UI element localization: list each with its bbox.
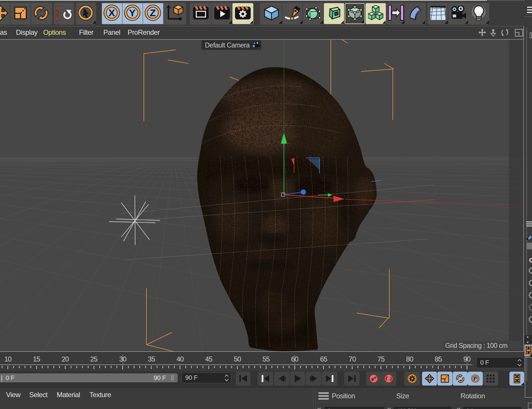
svg-text:85: 85 <box>435 355 442 363</box>
svg-text:60: 60 <box>291 355 298 363</box>
svg-text:R: R <box>56 15 60 21</box>
svg-text:65: 65 <box>320 355 327 363</box>
svg-text:Z: Z <box>150 7 156 18</box>
svg-text:50: 50 <box>234 355 241 363</box>
svg-text:10: 10 <box>4 355 12 363</box>
svg-text:80: 80 <box>406 355 413 363</box>
svg-text:30: 30 <box>119 355 126 363</box>
svg-text:Y: Y <box>129 7 136 18</box>
svg-text:X: X <box>109 7 115 18</box>
svg-text:45: 45 <box>205 355 212 363</box>
svg-text:25: 25 <box>90 355 98 363</box>
svg-text:40: 40 <box>177 355 184 363</box>
svg-text:75: 75 <box>377 355 385 363</box>
svg-text:15: 15 <box>33 355 40 363</box>
svg-text:90: 90 <box>463 355 471 363</box>
svg-text:35: 35 <box>148 355 155 363</box>
svg-text:55: 55 <box>263 355 270 363</box>
svg-text:70: 70 <box>349 355 356 363</box>
svg-text:20: 20 <box>62 355 69 363</box>
svg-text:P: P <box>474 376 477 382</box>
